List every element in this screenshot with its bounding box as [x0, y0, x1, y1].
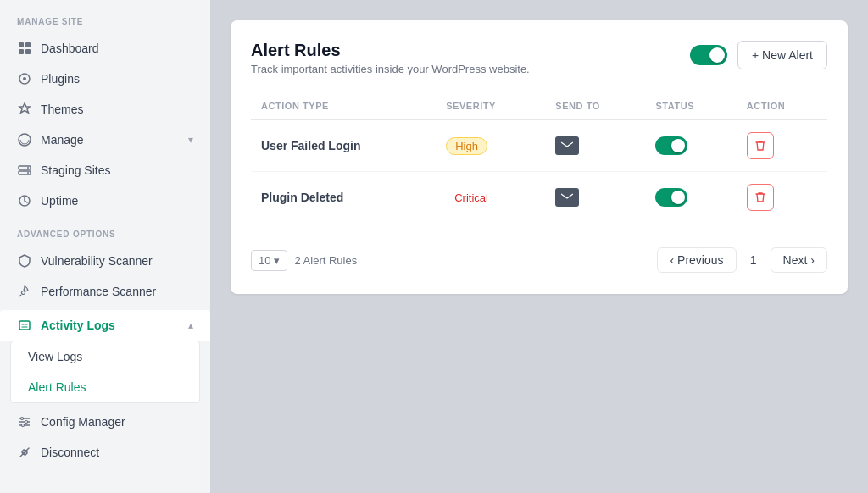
- chevron-down-icon: ▾: [188, 134, 193, 146]
- sidebar-item-config-label: Config Manager: [41, 415, 125, 429]
- sidebar-item-disconnect[interactable]: Disconnect: [0, 437, 210, 468]
- rocket-icon: [17, 284, 32, 299]
- svg-rect-1: [25, 42, 31, 47]
- sidebar-item-plugins[interactable]: Plugins: [0, 64, 210, 94]
- global-toggle[interactable]: [690, 45, 727, 65]
- sidebar-item-uptime[interactable]: Uptime: [0, 186, 210, 216]
- sidebar-item-dashboard-label: Dashboard: [41, 42, 99, 55]
- shield-icon: [17, 253, 32, 269]
- cell-status-2: [645, 172, 736, 224]
- row-toggle-2[interactable]: [655, 188, 687, 207]
- grid-icon: [17, 41, 32, 56]
- col-send-to: SEND TO: [545, 92, 645, 120]
- sidebar-item-performance-scanner[interactable]: Performance Scanner: [0, 276, 210, 307]
- cell-severity-1: High: [436, 120, 545, 172]
- svg-rect-21: [561, 141, 573, 150]
- card-title-section: Alert Rules Track important activities i…: [251, 41, 530, 75]
- delete-button-1[interactable]: [747, 132, 774, 159]
- sidebar-item-performance-label: Performance Scanner: [41, 285, 156, 298]
- sidebar-item-dashboard[interactable]: Dashboard: [0, 33, 210, 64]
- severity-badge-2: Critical: [446, 190, 497, 206]
- next-button[interactable]: Next ›: [771, 247, 827, 273]
- svg-rect-2: [19, 49, 24, 54]
- cell-severity-2: Critical: [436, 172, 545, 224]
- delete-button-2[interactable]: [747, 184, 774, 211]
- sidebar: MANAGE SITE Dashboard Plugins Theme: [0, 0, 210, 493]
- alert-rules-table: ACTION TYPE SEVERITY SEND TO STATUS ACTI…: [251, 92, 827, 223]
- cell-action-2: [737, 172, 827, 224]
- sidebar-item-plugins-label: Plugins: [41, 72, 80, 86]
- table-header-row: ACTION TYPE SEVERITY SEND TO STATUS ACTI…: [251, 92, 827, 120]
- header-actions: + New Alert: [690, 41, 827, 69]
- submenu-item-alert-rules[interactable]: Alert Rules: [11, 372, 199, 402]
- previous-label: Previous: [677, 253, 723, 267]
- svg-point-10: [27, 172, 29, 174]
- sidebar-item-manage[interactable]: Manage ▾: [0, 125, 210, 155]
- page-size-select[interactable]: 10 ▾: [251, 250, 287, 271]
- sidebar-item-uptime-label: Uptime: [41, 194, 78, 208]
- row-toggle-1[interactable]: [655, 136, 687, 155]
- svg-point-19: [22, 424, 25, 427]
- sidebar-item-themes[interactable]: Themes: [0, 94, 210, 125]
- activity-logs-section: Activity Logs ▴ View Logs Alert Rules: [0, 310, 210, 403]
- svg-point-9: [27, 167, 29, 169]
- sidebar-item-disconnect-label: Disconnect: [41, 446, 99, 459]
- sidebar-item-activity-logs[interactable]: Activity Logs ▴: [0, 310, 210, 341]
- page-size-chevron: ▾: [274, 254, 280, 267]
- page-subtitle: Track important activities inside your W…: [251, 63, 530, 75]
- trash-icon-1: [754, 140, 766, 152]
- svg-rect-13: [19, 321, 30, 330]
- card-header: Alert Rules Track important activities i…: [251, 41, 827, 75]
- manage-site-label: MANAGE SITE: [0, 17, 210, 33]
- trash-icon-2: [754, 191, 766, 203]
- themes-icon: [17, 102, 32, 117]
- pagination-right: ‹ Previous 1 Next ›: [657, 246, 827, 274]
- chevron-up-icon: ▴: [188, 319, 193, 331]
- sidebar-item-staging-label: Staging Sites: [41, 163, 111, 177]
- submenu-alert-rules-label: Alert Rules: [28, 380, 86, 394]
- cell-action-type-1: User Failed Login: [251, 120, 436, 172]
- sidebar-item-activity-logs-label: Activity Logs: [41, 319, 115, 332]
- sidebar-item-vulnerability-scanner[interactable]: Vulnerability Scanner: [0, 246, 210, 276]
- next-label: Next: [783, 253, 808, 267]
- wordpress-icon: [17, 132, 32, 147]
- chevron-right-icon: ›: [810, 253, 815, 267]
- advanced-options-label: ADVANCED OPTIONS: [0, 230, 210, 246]
- alert-rules-card: Alert Rules Track important activities i…: [231, 20, 848, 294]
- svg-point-18: [25, 421, 28, 424]
- total-count-label: 2 Alert Rules: [294, 254, 357, 267]
- svg-point-17: [21, 418, 24, 420]
- current-page-number[interactable]: 1: [740, 246, 767, 274]
- new-alert-label: + New Alert: [752, 48, 813, 62]
- col-action-type: ACTION TYPE: [251, 92, 436, 120]
- main-content: Alert Rules Track important activities i…: [210, 0, 868, 493]
- pagination: 10 ▾ 2 Alert Rules ‹ Previous 1 Next ›: [251, 236, 827, 274]
- cell-action-1: [737, 120, 827, 172]
- sidebar-item-vulnerability-label: Vulnerability Scanner: [41, 254, 153, 268]
- email-icon-1: [555, 136, 579, 155]
- plugins-icon: [17, 71, 32, 86]
- sidebar-item-manage-label: Manage: [41, 133, 84, 147]
- cell-action-type-2: Plugin Deleted: [251, 172, 436, 224]
- activity-logs-submenu: View Logs Alert Rules: [10, 341, 200, 403]
- uptime-icon: [17, 193, 32, 208]
- col-severity: SEVERITY: [436, 92, 545, 120]
- sidebar-item-themes-label: Themes: [41, 102, 84, 116]
- table-row: Plugin Deleted Critical: [251, 172, 827, 224]
- submenu-item-view-logs[interactable]: View Logs: [11, 341, 199, 372]
- email-icon-2: [555, 188, 579, 207]
- new-alert-button[interactable]: + New Alert: [737, 41, 827, 69]
- sliders-icon: [17, 414, 32, 429]
- cell-send-to-2: [545, 172, 645, 224]
- svg-rect-0: [19, 42, 24, 47]
- table-row: User Failed Login High: [251, 120, 827, 172]
- sidebar-item-staging-sites[interactable]: Staging Sites: [0, 155, 210, 186]
- col-action: ACTION: [737, 92, 827, 120]
- chevron-left-icon: ‹: [670, 253, 674, 267]
- previous-button[interactable]: ‹ Previous: [657, 247, 736, 273]
- severity-badge-1: High: [446, 137, 487, 155]
- sidebar-item-config-manager[interactable]: Config Manager: [0, 407, 210, 437]
- cell-send-to-1: [545, 120, 645, 172]
- svg-rect-22: [561, 193, 573, 202]
- col-status: STATUS: [645, 92, 736, 120]
